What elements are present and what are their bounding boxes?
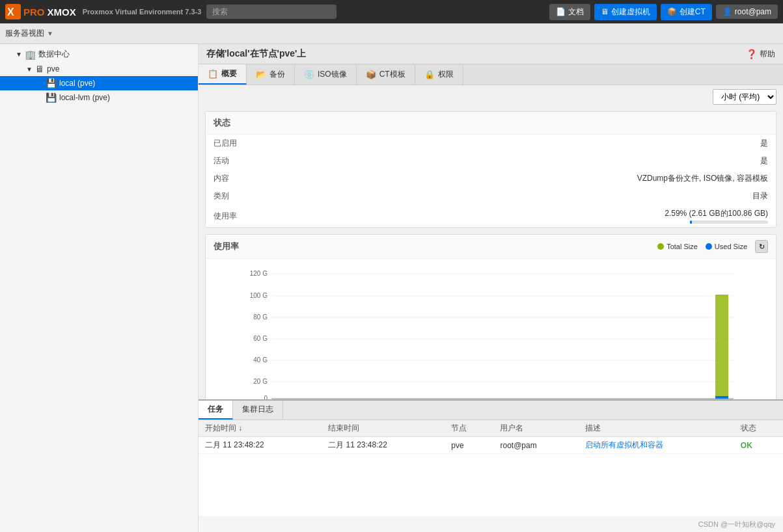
- y-label-0: 0: [264, 395, 268, 399]
- status-title: 状态: [206, 112, 776, 135]
- monitor-icon: 🖥: [601, 7, 609, 16]
- help-label: 帮助: [760, 49, 775, 60]
- task-desc[interactable]: 启动所有虚拟机和容器: [579, 437, 734, 454]
- content-label: 内容: [206, 170, 284, 187]
- time-selector-area: 小时 (平均) 天 (平均) 周 (平均) 月 (平均) 年 (平均): [199, 85, 783, 105]
- logo-ve: Proxmox Virtual Environment 7.3-3: [83, 8, 202, 16]
- tab-nav: 📋 概要 📂 备份 💿 ISO镜像 📦 CT模板 🔒 权限: [199, 64, 783, 85]
- user-button[interactable]: 👤 root@pam: [716, 5, 778, 19]
- permissions-icon: 🔒: [424, 70, 435, 79]
- tab-iso-label: ISO镜像: [318, 69, 347, 80]
- tasks-label: 任务: [208, 405, 223, 414]
- ct-icon: 📦: [667, 7, 677, 16]
- chart-section: 使用率 Total Size Used Size ↻: [205, 234, 776, 399]
- sidebar-item-local-lvm[interactable]: 💾 local-lvm (pve): [0, 90, 198, 105]
- col-end-time[interactable]: 结束时间: [322, 420, 445, 437]
- local-lvm-label: local-lvm (pve): [59, 93, 110, 102]
- create-ct-button[interactable]: 📦 创建CT: [661, 4, 712, 20]
- col-start-time[interactable]: 开始时间 ↓: [199, 420, 322, 437]
- topbar: X PROXMOX Proxmox Virtual Environment 7.…: [0, 0, 783, 23]
- create-ct-label: 创建CT: [680, 7, 706, 18]
- content-area: 存储'local'在节点'pve'上 ❓ 帮助 📋 概要 📂 备份 💿 ISO镜…: [199, 44, 783, 532]
- chart-legend: Total Size Used Size ↻: [657, 240, 768, 253]
- used-size-dot: [706, 243, 712, 250]
- usage-value: 2.59% (2.61 GB的100.86 GB): [284, 205, 776, 227]
- datacenter-icon: 🏢: [25, 49, 36, 60]
- chart-bar-used: [715, 396, 728, 399]
- overview-icon: 📋: [208, 69, 218, 79]
- content-value: VZDump备份文件, ISO镜像, 容器模板: [284, 170, 776, 187]
- server-icon: 🖥: [35, 64, 44, 74]
- help-icon: ❓: [746, 49, 757, 59]
- col-status[interactable]: 状态: [734, 420, 783, 437]
- tab-iso[interactable]: 💿 ISO镜像: [295, 64, 357, 85]
- chart-bar-total: [715, 295, 728, 399]
- tab-ct-template-label: CT模板: [379, 69, 405, 80]
- local-pve-label: local (pve): [59, 79, 95, 88]
- topbar-actions: 📄 文档 🖥 创建虚拟机 📦 创建CT 👤 root@pam: [549, 4, 778, 20]
- bottom-tabs: 任务 集群日志: [199, 401, 783, 420]
- arrow-down-icon: ▼: [26, 66, 35, 73]
- chevron-down-icon: ▼: [47, 30, 53, 37]
- logo-proxmox: PRO: [23, 7, 45, 18]
- bottom-panel: 任务 集群日志 开始时间 ↓ 结束时间 节点 用户名 描述 状态: [199, 399, 783, 516]
- svg-text:X: X: [7, 7, 14, 18]
- y-label-80: 80 G: [253, 313, 268, 321]
- tab-ct-template[interactable]: 📦 CT模板: [357, 64, 415, 85]
- search-box[interactable]: [206, 5, 337, 19]
- col-node[interactable]: 节点: [445, 420, 493, 437]
- chart-refresh-button[interactable]: ↻: [755, 240, 768, 253]
- tab-overview-label: 概要: [221, 68, 237, 79]
- search-input[interactable]: [206, 5, 337, 19]
- usage-bar: [690, 220, 692, 224]
- table-row: 使用率 2.59% (2.61 GB的100.86 GB): [206, 205, 776, 227]
- bottom-tab-cluster-log[interactable]: 集群日志: [233, 401, 283, 419]
- col-username[interactable]: 用户名: [493, 420, 578, 437]
- legend-used-label: Used Size: [715, 243, 747, 250]
- y-label-60: 60 G: [253, 335, 268, 342]
- create-vm-button[interactable]: 🖥 创建虚拟机: [594, 4, 657, 20]
- type-label: 类别: [206, 187, 284, 205]
- sidebar-item-datacenter[interactable]: ▼ 🏢 数据中心: [0, 47, 198, 62]
- table-row: 二月 11 23:48:22 二月 11 23:48:22 pve root@p…: [199, 437, 783, 454]
- chart-area: 120 G 100 G 80 G 60 G 40 G 20 G 0: [206, 259, 776, 399]
- cluster-log-label: 集群日志: [242, 405, 273, 414]
- proxmox-logo-icon: X: [5, 4, 21, 20]
- sidebar-item-local-pve[interactable]: 💾 local (pve): [0, 76, 198, 90]
- chart-title: 使用率: [213, 241, 239, 252]
- tab-permissions[interactable]: 🔒 权限: [415, 64, 463, 85]
- sidebar: ▼ 🏢 数据中心 ▼ 🖥 pve 💾 local (pve): [0, 44, 199, 532]
- status-badge: OK: [741, 441, 752, 450]
- task-node: pve: [445, 437, 493, 454]
- table-header-row: 开始时间 ↓ 结束时间 节点 用户名 描述 状态: [199, 420, 783, 437]
- status-table: 已启用 是 活动 是 内容 VZDump备份文件, ISO镜像, 容器模板: [206, 135, 776, 227]
- watermark-text: CSDN @一叶知秋@qqy: [698, 520, 775, 528]
- tab-backup-label: 备份: [269, 69, 285, 80]
- docs-label: 文档: [568, 7, 584, 18]
- task-end-time: 二月 11 23:48:22: [322, 437, 445, 454]
- bottom-tab-tasks[interactable]: 任务: [199, 401, 233, 419]
- col-desc[interactable]: 描述: [579, 420, 734, 437]
- sidebar-item-pve[interactable]: ▼ 🖥 pve: [0, 62, 198, 76]
- watermark: CSDN @一叶知秋@qqy: [199, 516, 783, 532]
- table-row: 活动 是: [206, 152, 776, 170]
- user-icon: 👤: [722, 7, 732, 16]
- tab-backup[interactable]: 📂 备份: [247, 64, 295, 85]
- table-row: 内容 VZDump备份文件, ISO镜像, 容器模板: [206, 170, 776, 187]
- arrow-down-icon: ▼: [16, 51, 25, 58]
- storage-icon: 💾: [46, 78, 57, 88]
- storage-lvm-icon: 💾: [46, 92, 57, 103]
- logo: X PROXMOX Proxmox Virtual Environment 7.…: [5, 4, 201, 20]
- task-user: root@pam: [493, 437, 578, 454]
- task-start-time: 二月 11 23:48:22: [199, 437, 322, 454]
- docs-button[interactable]: 📄 文档: [549, 4, 590, 20]
- total-size-dot: [657, 243, 664, 250]
- enabled-value: 是: [284, 135, 776, 152]
- task-desc-link[interactable]: 启动所有虚拟机和容器: [585, 440, 663, 449]
- time-select[interactable]: 小时 (平均) 天 (平均) 周 (平均) 月 (平均) 年 (平均): [713, 89, 776, 105]
- legend-total-label: Total Size: [666, 243, 698, 250]
- tab-overview[interactable]: 📋 概要: [199, 64, 247, 85]
- content-header: 存储'local'在节点'pve'上 ❓ 帮助: [199, 44, 783, 64]
- tab-permissions-label: 权限: [438, 69, 454, 80]
- task-table: 开始时间 ↓ 结束时间 节点 用户名 描述 状态 二月 11 23:48:22 …: [199, 420, 783, 516]
